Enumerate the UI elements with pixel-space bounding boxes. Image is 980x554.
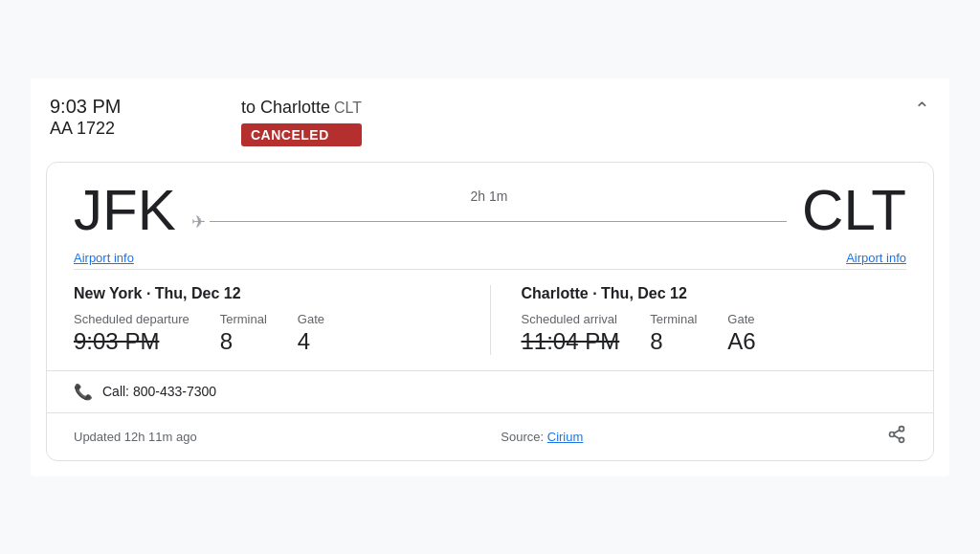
origin-terminal-label: Terminal xyxy=(220,312,267,326)
route-section: JFK 2h 1m ✈ CLT xyxy=(47,163,933,251)
updated-text: Updated 12h 11m ago xyxy=(74,430,197,444)
arrival-time-value: 11:04 PM xyxy=(522,328,620,355)
origin-gate-value: 4 xyxy=(298,328,324,355)
origin-terminal-value: 8 xyxy=(220,328,267,355)
route-center: 2h 1m ✈ xyxy=(191,188,787,233)
origin-airport: JFK xyxy=(74,182,176,239)
flight-card-container: 9:03 PM AA 1722 to CharlotteCLT CANCELED… xyxy=(31,78,949,476)
destination-terminal-col: Terminal 8 xyxy=(650,312,697,355)
svg-line-3 xyxy=(894,435,900,438)
departure-time: 9:03 PM xyxy=(50,94,241,119)
header-flight-info: 9:03 PM AA 1722 xyxy=(50,94,241,139)
destination-code-large: CLT xyxy=(802,182,906,239)
origin-details: New York · Thu, Dec 12 Scheduled departu… xyxy=(74,285,491,355)
destination-code: CLT xyxy=(334,100,362,116)
phone-number: Call: 800-433-7300 xyxy=(102,384,216,399)
destination-terminal-value: 8 xyxy=(650,328,697,355)
scheduled-departure-label: Scheduled departure xyxy=(74,312,189,326)
source-text: Source: Cirium xyxy=(501,430,583,444)
destination-label: to Charlotte xyxy=(241,98,330,117)
destination-gate-value: A6 xyxy=(727,328,755,355)
details-section: New York · Thu, Dec 12 Scheduled departu… xyxy=(47,270,933,370)
status-badge: CANCELED xyxy=(241,123,362,146)
chevron-up-icon[interactable]: ⌃ xyxy=(914,98,930,121)
destination-details: Charlotte · Thu, Dec 12 Scheduled arriva… xyxy=(491,285,907,355)
destination-info: to CharlotteCLT xyxy=(241,98,362,118)
origin-gate-label: Gate xyxy=(298,312,324,326)
source-prefix: Source: xyxy=(501,430,546,444)
phone-icon: 📞 xyxy=(74,383,93,401)
destination-airport-info-link[interactable]: Airport info xyxy=(846,251,906,265)
header-center-info: to CharlotteCLT CANCELED xyxy=(241,94,362,146)
route-line xyxy=(210,221,787,222)
destination-airport: CLT xyxy=(802,182,906,239)
departure-time-value: 9:03 PM xyxy=(74,328,189,355)
flight-line: ✈ xyxy=(191,211,787,233)
svg-line-4 xyxy=(894,430,900,432)
source-link[interactable]: Cirium xyxy=(547,430,584,444)
destination-terminal-label: Terminal xyxy=(650,312,697,326)
flight-detail-card: JFK 2h 1m ✈ CLT Airport info Airport inf… xyxy=(46,162,934,461)
origin-gate-col: Gate 4 xyxy=(298,312,324,355)
origin-info-row: Scheduled departure 9:03 PM Terminal 8 G… xyxy=(74,312,459,355)
origin-city-date: New York · Thu, Dec 12 xyxy=(74,285,459,302)
destination-arrival-col: Scheduled arrival 11:04 PM xyxy=(522,312,620,355)
origin-terminal-col: Terminal 8 xyxy=(220,312,267,355)
share-icon[interactable] xyxy=(887,425,906,449)
flight-header: 9:03 PM AA 1722 to CharlotteCLT CANCELED… xyxy=(31,78,949,162)
plane-icon: ✈ xyxy=(191,211,206,233)
destination-city-date: Charlotte · Thu, Dec 12 xyxy=(522,285,907,302)
destination-info-row: Scheduled arrival 11:04 PM Terminal 8 Ga… xyxy=(522,312,907,355)
flight-number: AA 1722 xyxy=(50,119,241,139)
origin-code: JFK xyxy=(74,182,176,239)
card-footer: Updated 12h 11m ago Source: Cirium xyxy=(47,412,933,460)
origin-airport-info-link[interactable]: Airport info xyxy=(74,251,134,265)
phone-section: 📞 Call: 800-433-7300 xyxy=(47,370,933,412)
destination-gate-col: Gate A6 xyxy=(727,312,755,355)
origin-departure-col: Scheduled departure 9:03 PM xyxy=(74,312,189,355)
destination-gate-label: Gate xyxy=(727,312,755,326)
flight-duration: 2h 1m xyxy=(470,188,507,204)
scheduled-arrival-label: Scheduled arrival xyxy=(522,312,620,326)
